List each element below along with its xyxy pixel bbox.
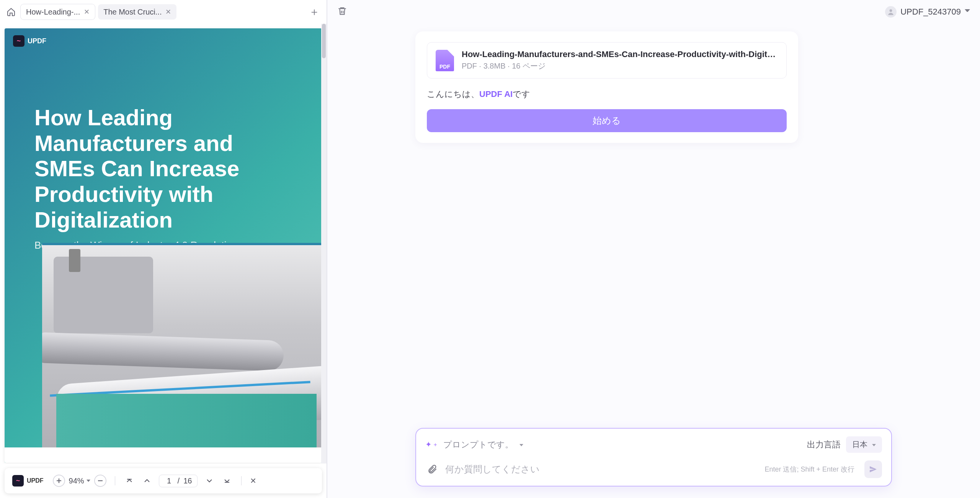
updf-logo-icon [12,475,24,487]
toolbar-close-button[interactable]: ✕ [250,476,256,485]
pdf-page-1: UPDF How Leading Manufacturers and SMEs … [5,28,322,463]
prompt-type-dropdown[interactable]: ✦﹢ プロンプトです。 [425,439,523,450]
output-language-block: 出力言語 日本 [807,436,882,453]
greeting-text: こんにちは、UPDF AIです [427,88,787,100]
toolbar-brand-text: UPDF [27,477,44,484]
doc-cover-text: How Leading Manufacturers and SMEs Can I… [34,105,299,251]
output-lang-label: 出力言語 [807,439,841,450]
add-tab-button[interactable]: ＋ [307,4,322,20]
output-lang-value: 日本 [852,440,867,449]
tab-1-label: How-Leading-... [26,8,80,16]
decor-bottom [5,447,322,463]
divider [241,476,242,485]
delete-button[interactable] [337,6,349,18]
avatar-icon [885,6,897,18]
greeting-prefix: こんにちは、 [427,89,479,99]
chevron-down-icon [517,440,523,450]
updf-logo-icon [13,35,24,47]
chat-scroll-area[interactable]: PDF How-Leading-Manufacturers-and-SMEs-C… [327,24,980,428]
file-chip[interactable]: PDF How-Leading-Manufacturers-and-SMEs-C… [427,42,787,79]
first-page-button[interactable] [124,475,135,487]
zoom-value-dropdown[interactable]: 94% [69,477,90,485]
tab-2[interactable]: The Most Cruci... ✕ [98,4,176,20]
svg-point-0 [890,9,892,12]
file-info: How-Leading-Manufacturers-and-SMEs-Can-I… [462,49,778,71]
input-row: Enter 送信; Shift + Enter 改行 [424,457,884,480]
file-name: How-Leading-Manufacturers-and-SMEs-Can-I… [462,49,778,59]
tab-2-label: The Most Cruci... [103,8,162,16]
doc-brand-text: UPDF [28,37,46,45]
document-panel: How-Leading-... ✕ The Most Cruci... ✕ ＋ … [0,0,327,498]
viewer-scrollbar-thumb[interactable] [322,24,326,58]
chevron-down-icon [965,9,970,15]
ai-chat-panel: UPDF_5243709 PDF How-Leading-Manufacture… [327,0,980,498]
user-name-label: UPDF_5243709 [900,7,961,17]
send-hint: Enter 送信; Shift + Enter 改行 [764,465,854,474]
page-total: 16 [183,477,192,485]
pdf-file-icon: PDF [436,50,454,71]
page-sep: / [178,477,180,485]
page-current-input[interactable] [165,477,174,485]
start-button[interactable]: 始める [427,109,787,132]
toolbar-brand: UPDF [12,475,44,487]
input-toolbar: ✦﹢ プロンプトです。 出力言語 日本 [424,435,884,457]
tab-1[interactable]: How-Leading-... ✕ [21,4,95,20]
viewer-toolbar: UPDF 94% / 16 [5,468,322,493]
viewer-scrollbar[interactable] [321,24,327,464]
prompt-type-label: プロンプトです。 [443,439,513,450]
home-button[interactable] [5,5,18,18]
sparkle-icon: ✦﹢ [425,439,439,450]
greeting-suffix: です [513,89,530,99]
divider [115,476,115,485]
zoom-in-button[interactable] [53,475,65,487]
tab-bar: How-Leading-... ✕ The Most Cruci... ✕ ＋ [0,0,327,24]
greeting-brand: UPDF AI [479,89,513,99]
next-page-button[interactable] [204,475,215,487]
attach-button[interactable] [425,462,439,476]
output-lang-select[interactable]: 日本 [846,436,882,453]
pdf-icon-label: PDF [439,64,450,70]
doc-title: How Leading Manufacturers and SMEs Can I… [34,105,299,233]
send-button[interactable] [864,460,882,478]
last-page-button[interactable] [221,475,233,487]
user-menu[interactable]: UPDF_5243709 [885,6,970,18]
document-viewer[interactable]: UPDF How Leading Manufacturers and SMEs … [0,24,327,464]
tab-2-close[interactable]: ✕ [165,8,171,16]
chat-top-bar: UPDF_5243709 [327,0,980,24]
chat-input-dock: ✦﹢ プロンプトです。 出力言語 日本 Enter 送信; Shift + En… [415,428,892,487]
doc-brand-badge: UPDF [13,35,46,47]
file-meta: PDF · 3.8MB · 16 ページ [462,61,778,71]
chat-input[interactable] [445,464,758,475]
chevron-down-icon [870,440,876,449]
tab-1-close[interactable]: ✕ [84,8,90,16]
zoom-controls: 94% [53,475,106,487]
page-indicator: / 16 [159,475,198,487]
zoom-value: 94% [69,477,84,485]
chat-welcome-card: PDF How-Leading-Manufacturers-and-SMEs-C… [415,31,798,143]
prev-page-button[interactable] [141,475,153,487]
zoom-out-button[interactable] [94,475,106,487]
